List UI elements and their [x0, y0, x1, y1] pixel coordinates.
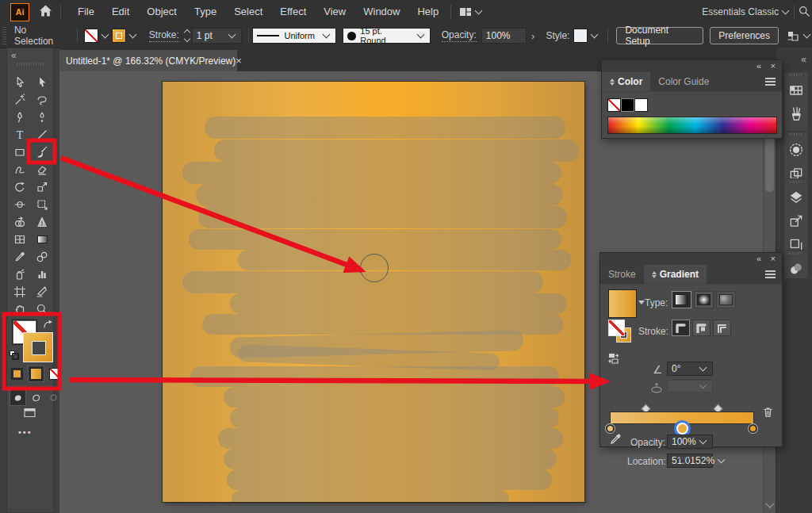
- libraries-icon[interactable]: [786, 258, 806, 278]
- color-mode-button[interactable]: [10, 366, 25, 381]
- eyedropper-icon[interactable]: [608, 432, 622, 449]
- screen-mode-icon[interactable]: [23, 407, 36, 421]
- menu-effect[interactable]: Effect: [271, 0, 315, 24]
- gradient-opacity-combo[interactable]: 100%: [667, 435, 713, 449]
- style-swatch-control[interactable]: [573, 29, 599, 43]
- zoom-tool[interactable]: [31, 301, 53, 318]
- swap-fill-stroke-icon[interactable]: [42, 319, 54, 333]
- align-glyphs-icon[interactable]: [787, 30, 812, 42]
- gradient-preview-swatch[interactable]: [608, 289, 637, 318]
- angle-combo[interactable]: 0°: [667, 362, 713, 376]
- draw-normal-button[interactable]: [10, 389, 26, 406]
- panel-gripper[interactable]: [789, 74, 803, 76]
- type-tool[interactable]: T: [9, 126, 31, 144]
- stroke-color-proxy[interactable]: [23, 332, 53, 362]
- tab-color[interactable]: Color: [602, 72, 650, 91]
- menu-type[interactable]: Type: [186, 0, 225, 24]
- rotate-tool[interactable]: [9, 178, 31, 196]
- document-setup-button[interactable]: Document Setup: [616, 27, 703, 44]
- color-spectrum-bar[interactable]: [607, 117, 777, 134]
- fill-stroke-indicator-icon[interactable]: [608, 353, 621, 366]
- paintbrush-tool[interactable]: [31, 144, 53, 161]
- gradient-slider[interactable]: [610, 405, 753, 429]
- rectangle-tool[interactable]: [9, 144, 31, 161]
- opacity-expand-arrow[interactable]: ›: [531, 30, 534, 42]
- gradient-preset-arrow[interactable]: [638, 301, 645, 304]
- direct-selection-tool[interactable]: [31, 74, 53, 91]
- opacity-panel-link[interactable]: Opacity:: [442, 29, 477, 42]
- app-icon[interactable]: Ai: [10, 3, 29, 21]
- gradient-stop-selected[interactable]: [676, 423, 688, 435]
- arrange-documents-icon[interactable]: [459, 6, 484, 17]
- panel-resize-gripper[interactable]: [680, 457, 694, 459]
- expand-panels-icon[interactable]: «: [801, 54, 806, 65]
- lasso-tool[interactable]: [31, 91, 53, 109]
- stroke-along-button[interactable]: [692, 320, 710, 336]
- stroke-weight-combo[interactable]: 1 pt: [192, 28, 242, 44]
- none-swatch[interactable]: [607, 98, 621, 112]
- magic-wand-tool[interactable]: [9, 91, 31, 109]
- free-transform-tool[interactable]: [31, 196, 53, 213]
- menu-view[interactable]: View: [315, 0, 354, 24]
- tab-gradient[interactable]: Gradient: [644, 265, 707, 284]
- menu-edit[interactable]: Edit: [103, 0, 138, 24]
- brush-definition-combo[interactable]: 15 pt. Round: [343, 28, 430, 44]
- workspace-switcher[interactable]: Essentials Classic: [702, 6, 791, 17]
- stroke-across-button[interactable]: [713, 320, 731, 336]
- asset-export-icon[interactable]: [786, 211, 806, 231]
- menu-window[interactable]: Window: [354, 0, 408, 24]
- location-combo[interactable]: 51.0152%: [667, 454, 713, 468]
- layers-icon[interactable]: [786, 187, 806, 207]
- scroll-down-icon[interactable]: [765, 499, 774, 507]
- linear-gradient-button[interactable]: [672, 291, 691, 308]
- panel-gripper[interactable]: [2, 27, 6, 44]
- slice-tool[interactable]: [31, 283, 53, 301]
- fill-proxy[interactable]: [608, 320, 625, 336]
- fill-color-control[interactable]: [84, 29, 110, 43]
- gradient-tool[interactable]: [31, 231, 53, 248]
- radial-gradient-button[interactable]: [694, 291, 714, 308]
- white-swatch[interactable]: [634, 98, 648, 112]
- width-profile-combo[interactable]: Uniform: [252, 28, 336, 44]
- close-tab-icon[interactable]: ×: [236, 55, 242, 67]
- menu-help[interactable]: Help: [408, 0, 447, 24]
- symbol-sprayer-tool[interactable]: [9, 266, 31, 283]
- shape-builder-tool[interactable]: [9, 213, 31, 231]
- document-tab[interactable]: Untitled-1* @ 166.32% (CMYK/Preview) ×: [59, 50, 237, 71]
- stroke-panel-link[interactable]: Stroke:: [149, 29, 179, 42]
- artboard-tool[interactable]: [9, 283, 31, 301]
- menu-object[interactable]: Object: [138, 0, 186, 24]
- stroke-weight-stepper[interactable]: [185, 30, 190, 41]
- panel-gripper[interactable]: [17, 63, 44, 66]
- stroke-within-button[interactable]: [672, 320, 690, 336]
- menu-file[interactable]: File: [69, 0, 103, 24]
- appearance-icon[interactable]: [786, 140, 806, 159]
- tab-stroke[interactable]: Stroke: [600, 265, 644, 284]
- line-segment-tool[interactable]: [31, 126, 53, 144]
- panel-menu-icon[interactable]: [765, 274, 776, 275]
- artboard[interactable]: [163, 82, 584, 502]
- collapse-panel-icon[interactable]: «: [756, 255, 761, 263]
- freeform-gradient-button[interactable]: [716, 291, 736, 308]
- brushes-icon[interactable]: [786, 104, 806, 124]
- column-graph-tool[interactable]: [31, 266, 53, 283]
- gradient-mode-button[interactable]: [28, 366, 44, 382]
- selection-tool[interactable]: [9, 74, 31, 91]
- opacity-combo[interactable]: 100%: [481, 28, 527, 44]
- panel-gripper[interactable]: [789, 133, 803, 136]
- home-icon[interactable]: [39, 4, 52, 20]
- draw-behind-button[interactable]: [29, 390, 44, 405]
- close-panel-icon[interactable]: ×: [771, 62, 776, 71]
- menu-select[interactable]: Select: [225, 0, 271, 24]
- stroke-color-control[interactable]: [112, 29, 138, 43]
- pen-tool[interactable]: [9, 109, 31, 126]
- collapse-panel-icon[interactable]: «: [11, 50, 17, 61]
- eraser-tool[interactable]: [31, 161, 53, 178]
- black-swatch[interactable]: [621, 98, 634, 112]
- panel-gripper[interactable]: [789, 252, 803, 255]
- gradient-stop[interactable]: [749, 424, 757, 433]
- swatches-icon[interactable]: [786, 80, 806, 100]
- delete-stop-icon[interactable]: [762, 406, 774, 420]
- default-fill-stroke-icon[interactable]: [9, 350, 20, 363]
- edit-toolbar-button[interactable]: •••: [18, 427, 33, 437]
